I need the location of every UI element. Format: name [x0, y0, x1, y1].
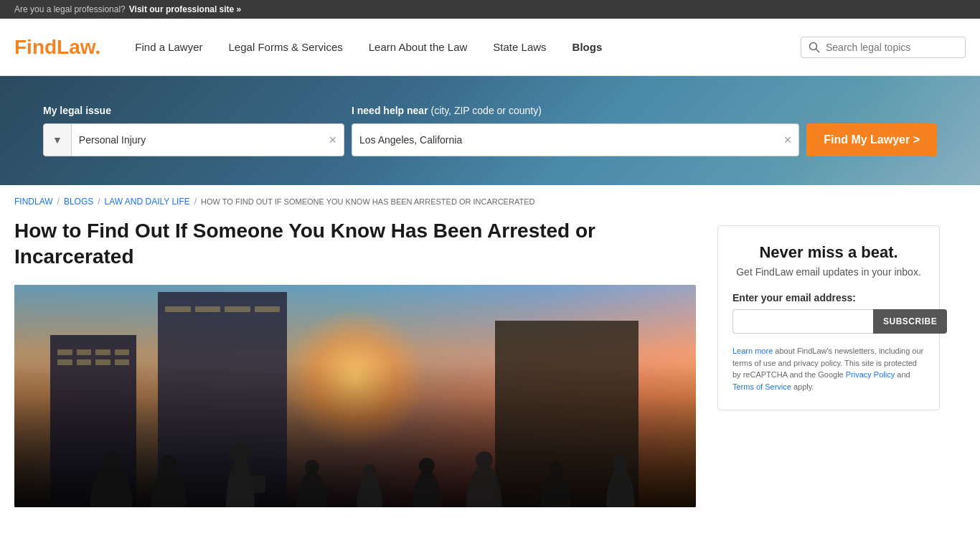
svg-point-9: [296, 471, 328, 507]
email-row: SUBSCRIBE: [732, 309, 925, 334]
article-image: [14, 285, 696, 507]
main-nav: Find a Lawyer Legal Forms & Services Lea…: [122, 41, 801, 53]
hero-inputs: ▼ × × Find My Lawyer >: [43, 123, 937, 156]
email-input[interactable]: [732, 309, 873, 334]
search-box[interactable]: [801, 37, 966, 58]
sidebar: Never miss a beat. Get FindLaw email upd…: [717, 218, 940, 507]
legal-apply: apply.: [793, 382, 814, 391]
svg-point-5: [161, 455, 176, 471]
breadcrumb-current: HOW TO FIND OUT IF SOMEONE YOU KNOW HAS …: [201, 197, 534, 206]
legal-issue-input[interactable]: [72, 124, 322, 156]
svg-point-17: [540, 473, 572, 507]
svg-point-13: [413, 470, 441, 507]
breadcrumb-sep1: /: [57, 197, 60, 207]
newsletter-card: Never miss a beat. Get FindLaw email upd…: [717, 225, 940, 410]
svg-rect-8: [251, 475, 265, 493]
location-clear-btn[interactable]: ×: [777, 133, 799, 146]
building-windows-2: [165, 306, 280, 312]
breadcrumb-findlaw[interactable]: FINDLAW: [14, 197, 53, 207]
sidebar-subtitle: Get FindLaw email updates in your inbox.: [732, 266, 925, 278]
svg-point-4: [151, 468, 187, 507]
subscribe-button[interactable]: SUBSCRIBE: [873, 309, 947, 334]
location-input-group: ×: [352, 123, 799, 156]
breadcrumb-law-daily-life[interactable]: LAW AND DAILY LIFE: [105, 197, 190, 207]
nav-blogs[interactable]: Blogs: [560, 41, 616, 53]
svg-point-2: [90, 464, 133, 507]
terms-link[interactable]: Terms of Service: [732, 382, 791, 391]
main-layout: How to Find Out If Someone You Know Has …: [0, 218, 980, 536]
window: [195, 306, 221, 312]
sidebar-title: Never miss a beat.: [732, 243, 925, 262]
privacy-policy-link[interactable]: Privacy Policy: [846, 370, 895, 379]
legal-issue-dropdown[interactable]: ▼: [44, 124, 72, 156]
content-area: How to Find Out If Someone You Know Has …: [14, 218, 717, 507]
email-label: Enter your email address:: [732, 292, 925, 303]
svg-point-12: [363, 464, 376, 477]
window: [95, 349, 110, 355]
svg-point-20: [613, 456, 628, 471]
header: FindLaw. Find a Lawyer Legal Forms & Ser…: [0, 19, 980, 76]
legal-issue-clear-btn[interactable]: ×: [321, 133, 344, 146]
svg-point-6: [226, 457, 255, 507]
breadcrumb-blogs[interactable]: BLOGS: [64, 197, 93, 207]
breadcrumb: FINDLAW / BLOGS / LAW AND DAILY LIFE / H…: [0, 185, 980, 218]
top-bar: Are you a legal professional? Visit our …: [0, 0, 980, 19]
svg-point-15: [466, 464, 502, 507]
breadcrumb-sep3: /: [194, 197, 197, 207]
window: [57, 349, 72, 355]
svg-point-18: [549, 461, 563, 476]
hero-section: My legal issue I need help near (city, Z…: [0, 76, 980, 185]
svg-line-1: [816, 49, 819, 52]
hero-labels: My legal issue I need help near (city, Z…: [43, 105, 937, 116]
article-title: How to Find Out If Someone You Know Has …: [14, 218, 696, 270]
legal-issue-label: My legal issue: [43, 105, 352, 116]
learn-more-link[interactable]: Learn more: [732, 347, 773, 355]
location-label: I need help near (city, ZIP code or coun…: [352, 105, 937, 116]
nav-legal-forms[interactable]: Legal Forms & Services: [216, 41, 356, 53]
building-windows-1: [57, 349, 129, 365]
window: [225, 306, 250, 312]
logo[interactable]: FindLaw.: [14, 36, 100, 59]
window: [115, 349, 130, 355]
legal-text: Learn more about FindLaw's newsletters, …: [732, 345, 925, 392]
svg-point-19: [606, 468, 635, 507]
legal-and: and: [897, 370, 910, 379]
svg-point-7: [230, 443, 250, 463]
svg-point-3: [103, 452, 120, 469]
search-icon: [809, 42, 820, 53]
location-input[interactable]: [352, 124, 777, 156]
nav-learn-about[interactable]: Learn About the Law: [356, 41, 481, 53]
lawyer-search-form: My legal issue I need help near (city, Z…: [43, 105, 937, 156]
svg-point-10: [305, 460, 319, 474]
nav-state-laws[interactable]: State Laws: [480, 41, 559, 53]
window: [77, 349, 92, 355]
legal-issue-input-group: ▼ ×: [43, 123, 344, 156]
search-input[interactable]: [826, 42, 958, 53]
top-bar-text: Are you a legal professional?: [14, 4, 126, 14]
breadcrumb-sep2: /: [98, 197, 100, 207]
nav-find-lawyer[interactable]: Find a Lawyer: [122, 41, 215, 53]
svg-point-16: [476, 451, 493, 468]
svg-point-14: [419, 458, 435, 474]
find-lawyer-button[interactable]: Find My Lawyer >: [806, 123, 937, 156]
professional-site-link[interactable]: Visit our professional site »: [129, 4, 242, 14]
svg-point-11: [357, 475, 382, 507]
window: [255, 306, 281, 312]
people-silhouettes: [14, 378, 696, 507]
window: [165, 306, 191, 312]
